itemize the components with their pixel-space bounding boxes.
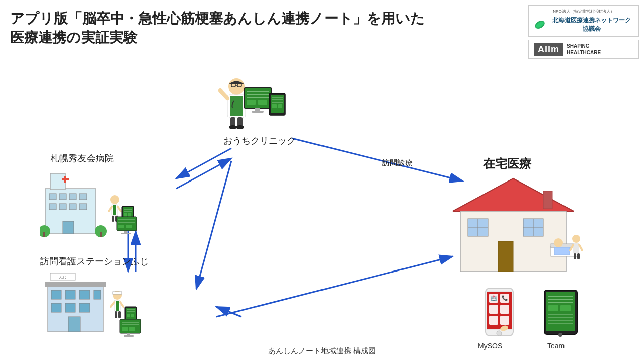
svg-rect-30 xyxy=(278,104,282,108)
svg-text:ふじ: ふじ xyxy=(59,276,66,280)
svg-rect-98 xyxy=(129,327,135,331)
svg-rect-83 xyxy=(116,301,119,311)
svg-rect-40 xyxy=(59,204,66,210)
svg-rect-65 xyxy=(126,225,132,228)
svg-rect-37 xyxy=(69,194,76,200)
hokkaido-name: 北海道医療連携ネットワーク協議会 xyxy=(550,16,633,33)
svg-rect-50 xyxy=(113,205,116,215)
svg-rect-97 xyxy=(122,327,128,331)
hospital-label: 札幌秀友会病院 xyxy=(50,152,114,164)
svg-rect-59 xyxy=(124,213,127,217)
allm-subtitle: SHAPINGHEALTHCARE xyxy=(567,43,601,56)
svg-point-48 xyxy=(110,195,119,204)
homecare-figure xyxy=(443,176,584,279)
svg-rect-119 xyxy=(574,253,576,259)
svg-rect-20 xyxy=(247,100,256,105)
svg-point-4 xyxy=(228,78,245,95)
mysos-svg: 🏥 📞 xyxy=(483,287,516,339)
svg-rect-16 xyxy=(244,88,272,108)
svg-rect-71 xyxy=(65,290,75,299)
svg-line-84 xyxy=(111,302,114,307)
svg-rect-66 xyxy=(124,231,127,233)
svg-marker-101 xyxy=(453,178,574,211)
svg-point-115 xyxy=(572,235,580,243)
svg-rect-39 xyxy=(49,204,56,210)
svg-point-132 xyxy=(497,331,502,336)
clinic-devices xyxy=(244,85,289,125)
svg-line-51 xyxy=(109,207,112,211)
svg-rect-140 xyxy=(560,305,571,311)
allm-logo: AIIm SHAPINGHEALTHCARE xyxy=(528,40,639,59)
arrow-to-nursing-bottom xyxy=(216,307,242,317)
svg-rect-99 xyxy=(127,333,130,335)
svg-rect-43 xyxy=(63,221,74,234)
logo-area: NPO法人（特定非営利活動法人） 北海道医療連携ネットワーク協議会 AIIm S… xyxy=(528,5,639,59)
svg-rect-86 xyxy=(115,311,117,318)
svg-rect-61 xyxy=(117,217,137,231)
svg-rect-32 xyxy=(50,173,65,190)
arrow-clinic-to-hospital xyxy=(176,148,231,178)
title-line1: アプリ版「脳卒中・急性心筋梗塞あんしん連携ノート」を用いた xyxy=(10,9,425,28)
svg-rect-114 xyxy=(554,247,570,255)
arrow-clinic-to-homecare xyxy=(292,138,463,181)
svg-rect-74 xyxy=(51,303,61,312)
svg-line-118 xyxy=(579,245,582,250)
arrow-hospital-to-clinic xyxy=(176,158,231,189)
svg-rect-42 xyxy=(79,204,87,210)
svg-rect-67 xyxy=(121,233,131,234)
svg-rect-34 xyxy=(64,176,66,183)
svg-rect-81 xyxy=(113,292,122,294)
svg-point-14 xyxy=(229,125,237,129)
bottom-caption: あんしんノート地域連携 構成図 xyxy=(268,346,376,356)
svg-rect-129 xyxy=(500,316,509,325)
svg-rect-75 xyxy=(65,303,75,312)
svg-rect-64 xyxy=(118,225,124,228)
svg-rect-76 xyxy=(79,303,90,312)
svg-rect-35 xyxy=(49,194,56,200)
svg-rect-127 xyxy=(500,305,509,314)
svg-rect-103 xyxy=(498,241,513,272)
team-label: Team xyxy=(547,342,565,350)
svg-rect-126 xyxy=(489,305,498,314)
hospital-svg xyxy=(40,168,141,244)
mysos-label: MySOS xyxy=(478,342,502,350)
clinic-label: おうちクリニック xyxy=(223,135,296,147)
svg-rect-36 xyxy=(59,194,66,200)
svg-rect-110 xyxy=(543,191,552,209)
svg-rect-139 xyxy=(548,305,558,311)
clinic-figure xyxy=(206,75,267,138)
svg-rect-70 xyxy=(51,290,61,299)
svg-rect-21 xyxy=(258,100,267,105)
svg-rect-69 xyxy=(45,282,106,287)
svg-rect-41 xyxy=(69,204,76,210)
svg-line-85 xyxy=(120,302,123,307)
svg-rect-23 xyxy=(252,111,264,113)
arrow-nursing-to-homecare xyxy=(216,256,453,317)
svg-rect-29 xyxy=(272,104,277,108)
svg-rect-53 xyxy=(112,216,114,222)
svg-rect-92 xyxy=(127,314,130,317)
svg-rect-45 xyxy=(43,232,45,237)
leaf-icon xyxy=(534,18,546,32)
svg-line-10 xyxy=(220,90,227,98)
svg-rect-93 xyxy=(131,314,134,317)
nursing-label: 訪問看護ステーションふじ xyxy=(40,255,149,267)
allm-brand: AIIm xyxy=(534,43,564,56)
svg-rect-120 xyxy=(577,253,580,259)
svg-text:📞: 📞 xyxy=(502,295,508,301)
svg-rect-94 xyxy=(120,319,141,333)
svg-line-52 xyxy=(118,207,121,211)
arrow-clinic-to-nursing xyxy=(196,161,231,289)
svg-point-15 xyxy=(236,125,244,129)
svg-rect-47 xyxy=(100,232,102,237)
team-svg xyxy=(543,289,581,339)
homecare-label: 在宅医療 xyxy=(483,156,531,172)
visit-label: 訪問診療 xyxy=(382,158,413,168)
svg-rect-135 xyxy=(546,292,575,331)
title-line2: 医療連携の実証実験 xyxy=(10,28,425,47)
nursing-svg: ふじ xyxy=(45,269,156,344)
svg-rect-72 xyxy=(79,290,90,299)
nursing-figure: ふじ xyxy=(45,269,156,346)
svg-rect-128 xyxy=(489,316,498,325)
diagram-area: 訪問診療 xyxy=(0,60,644,352)
